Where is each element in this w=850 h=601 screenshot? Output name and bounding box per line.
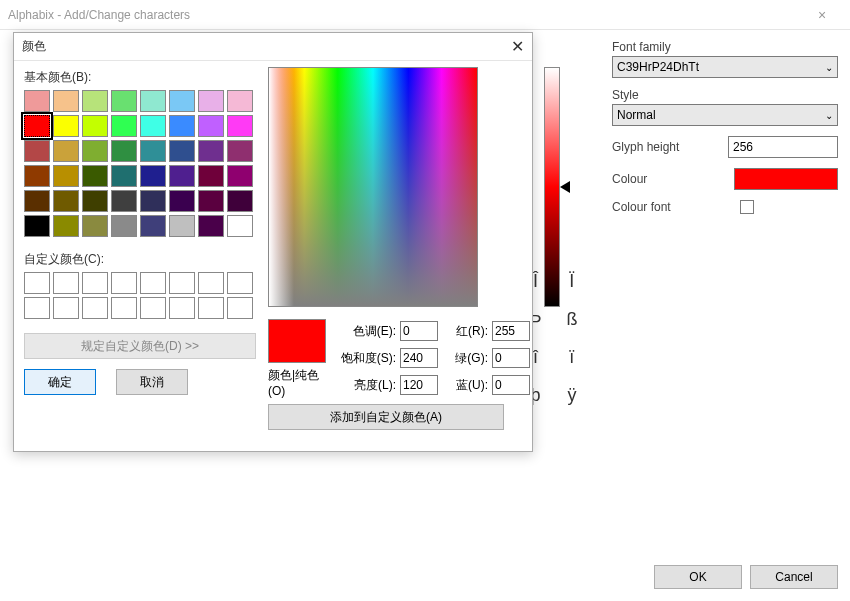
style-dropdown[interactable]: Normal ⌄: [612, 104, 838, 126]
custom-swatch[interactable]: [111, 272, 137, 294]
glyph-cell[interactable]: ÿ: [554, 376, 590, 414]
basic-color-swatch[interactable]: [24, 140, 50, 162]
green-input[interactable]: [492, 348, 530, 368]
color-dialog: 颜色 ✕ 基本颜色(B): 自定义颜色(C):: [13, 32, 533, 452]
color-dialog-titlebar: 颜色 ✕: [14, 33, 532, 61]
glyph-height-label: Glyph height: [612, 140, 720, 154]
basic-color-swatch[interactable]: [111, 115, 137, 137]
custom-swatch[interactable]: [140, 272, 166, 294]
sat-input[interactable]: [400, 348, 438, 368]
custom-swatch[interactable]: [82, 272, 108, 294]
basic-colors-label: 基本颜色(B):: [24, 69, 256, 86]
basic-color-swatch[interactable]: [227, 90, 253, 112]
custom-swatch[interactable]: [198, 297, 224, 319]
dialog-buttons: 确定 取消: [24, 369, 256, 395]
basic-color-swatch[interactable]: [227, 190, 253, 212]
basic-color-swatch[interactable]: [53, 190, 79, 212]
basic-color-swatch[interactable]: [140, 215, 166, 237]
cancel-button[interactable]: Cancel: [750, 565, 838, 589]
color-gradient-picker[interactable]: [268, 67, 478, 307]
basic-color-swatch[interactable]: [198, 90, 224, 112]
define-custom-button[interactable]: 规定自定义颜色(D) >>: [24, 333, 256, 359]
basic-color-swatch[interactable]: [198, 115, 224, 137]
custom-swatch[interactable]: [198, 272, 224, 294]
basic-color-swatch[interactable]: [169, 215, 195, 237]
custom-swatch[interactable]: [227, 297, 253, 319]
custom-swatch[interactable]: [24, 272, 50, 294]
basic-color-swatch[interactable]: [53, 215, 79, 237]
basic-color-swatch[interactable]: [82, 90, 108, 112]
hue-input[interactable]: [400, 321, 438, 341]
basic-color-swatch[interactable]: [227, 215, 253, 237]
red-label: 红(R):: [444, 323, 488, 340]
close-icon[interactable]: ×: [802, 7, 842, 23]
basic-color-swatch[interactable]: [140, 90, 166, 112]
basic-color-swatch[interactable]: [198, 190, 224, 212]
custom-swatch[interactable]: [111, 297, 137, 319]
basic-color-swatch[interactable]: [82, 190, 108, 212]
basic-color-swatch[interactable]: [227, 165, 253, 187]
main-buttons: OK Cancel: [654, 565, 838, 589]
basic-color-swatch[interactable]: [53, 90, 79, 112]
font-family-dropdown[interactable]: C39HrP24DhTt ⌄: [612, 56, 838, 78]
basic-color-swatch[interactable]: [198, 165, 224, 187]
basic-color-swatch[interactable]: [82, 165, 108, 187]
blue-input[interactable]: [492, 375, 530, 395]
custom-swatch[interactable]: [227, 272, 253, 294]
basic-color-swatch[interactable]: [53, 140, 79, 162]
basic-color-swatch[interactable]: [24, 90, 50, 112]
basic-color-swatch[interactable]: [111, 140, 137, 162]
custom-swatch[interactable]: [53, 297, 79, 319]
custom-swatch[interactable]: [24, 297, 50, 319]
basic-color-swatch[interactable]: [198, 140, 224, 162]
main-titlebar: Alphabix - Add/Change characters ×: [0, 0, 850, 30]
close-icon[interactable]: ✕: [511, 37, 524, 56]
custom-swatch[interactable]: [140, 297, 166, 319]
custom-swatch[interactable]: [169, 272, 195, 294]
basic-color-swatch[interactable]: [24, 190, 50, 212]
basic-color-swatch[interactable]: [82, 140, 108, 162]
glyph-height-row: Glyph height: [612, 136, 838, 158]
window-title: Alphabix - Add/Change characters: [8, 8, 802, 22]
basic-color-swatch[interactable]: [24, 165, 50, 187]
colour-font-checkbox[interactable]: [740, 200, 754, 214]
basic-color-swatch[interactable]: [24, 115, 50, 137]
basic-color-swatch[interactable]: [53, 165, 79, 187]
dialog-ok-button[interactable]: 确定: [24, 369, 96, 395]
ok-button[interactable]: OK: [654, 565, 742, 589]
basic-color-swatch[interactable]: [82, 215, 108, 237]
basic-color-swatch[interactable]: [111, 215, 137, 237]
basic-color-swatch[interactable]: [111, 165, 137, 187]
basic-color-swatch[interactable]: [140, 165, 166, 187]
basic-color-swatch[interactable]: [169, 140, 195, 162]
basic-color-swatch[interactable]: [53, 115, 79, 137]
red-input[interactable]: [492, 321, 530, 341]
basic-color-swatch[interactable]: [140, 190, 166, 212]
custom-swatch[interactable]: [53, 272, 79, 294]
basic-color-swatch[interactable]: [227, 140, 253, 162]
lum-input[interactable]: [400, 375, 438, 395]
colour-swatch[interactable]: [734, 168, 838, 190]
basic-color-swatch[interactable]: [169, 190, 195, 212]
color-dialog-left: 基本颜色(B): 自定义颜色(C): 规定: [24, 67, 256, 430]
basic-color-swatch[interactable]: [227, 115, 253, 137]
custom-swatch[interactable]: [82, 297, 108, 319]
add-custom-color-button[interactable]: 添加到自定义颜色(A): [268, 404, 504, 430]
basic-color-swatch[interactable]: [111, 90, 137, 112]
basic-color-swatch[interactable]: [169, 165, 195, 187]
dialog-cancel-button[interactable]: 取消: [116, 369, 188, 395]
basic-color-swatch[interactable]: [169, 90, 195, 112]
glyph-height-input[interactable]: [728, 136, 838, 158]
basic-color-swatch[interactable]: [111, 190, 137, 212]
basic-color-swatch[interactable]: [82, 115, 108, 137]
basic-color-swatch[interactable]: [140, 115, 166, 137]
basic-color-swatch[interactable]: [24, 215, 50, 237]
custom-swatch[interactable]: [169, 297, 195, 319]
glyph-cell[interactable]: ï: [554, 338, 590, 376]
basic-color-swatch[interactable]: [198, 215, 224, 237]
colour-row: Colour: [612, 168, 838, 190]
preview-swatch: [268, 319, 326, 363]
luminance-slider[interactable]: [544, 67, 560, 307]
basic-color-swatch[interactable]: [169, 115, 195, 137]
basic-color-swatch[interactable]: [140, 140, 166, 162]
